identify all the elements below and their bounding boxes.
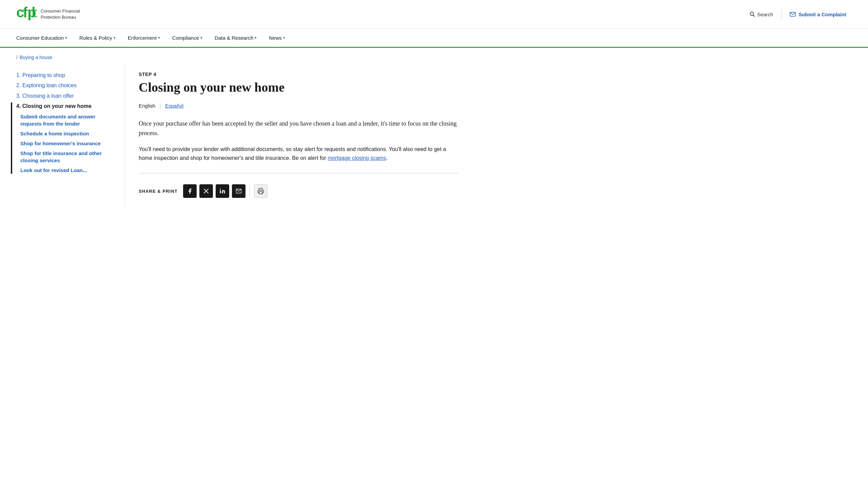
sidebar-link-step1[interactable]: 1. Preparing to shop bbox=[16, 72, 65, 78]
breadcrumb: / Buying a house bbox=[0, 48, 868, 63]
sidebar-sub-item-5[interactable]: Look out for revised Loan... bbox=[20, 167, 117, 174]
chevron-down-icon: ▾ bbox=[65, 36, 67, 40]
nav-list: Consumer Education ▾ Rules & Policy ▾ En… bbox=[16, 29, 852, 47]
sidebar-sub-item-2[interactable]: Schedule a home inspection bbox=[20, 130, 117, 137]
chevron-down-icon: ▾ bbox=[255, 36, 257, 40]
sidebar-sub-item-1[interactable]: Submit documents and answer requests fro… bbox=[20, 113, 117, 127]
nav-label: Enforcement bbox=[128, 35, 157, 41]
share-linkedin-button[interactable] bbox=[216, 184, 229, 198]
sidebar-sub-link-3[interactable]: Shop for homeowner's insurance bbox=[20, 141, 101, 146]
sidebar-sub-link-4[interactable]: Shop for title insurance and other closi… bbox=[20, 150, 102, 163]
sidebar-sub-item-4[interactable]: Shop for title insurance and other closi… bbox=[20, 150, 117, 164]
mortgage-scams-link[interactable]: mortgage closing scams bbox=[328, 155, 386, 161]
svg-point-8 bbox=[220, 189, 221, 190]
language-divider: | bbox=[159, 102, 161, 109]
nav-label: News bbox=[269, 35, 282, 41]
nav-item-consumer-education[interactable]: Consumer Education ▾ bbox=[16, 29, 77, 47]
body-text-after-link: . bbox=[386, 155, 388, 161]
share-email-button[interactable] bbox=[232, 184, 245, 198]
nav-item-enforcement[interactable]: Enforcement ▾ bbox=[128, 29, 170, 47]
search-label: Search bbox=[757, 12, 773, 17]
share-print-section: SHARE & PRINT bbox=[139, 184, 458, 198]
page-title: Closing on your new home bbox=[139, 80, 458, 95]
chevron-down-icon: ▾ bbox=[200, 36, 202, 40]
svg-rect-10 bbox=[259, 192, 262, 194]
email-icon bbox=[236, 188, 242, 194]
sidebar-sub-item-3[interactable]: Shop for homeowner's insurance bbox=[20, 140, 117, 147]
chevron-down-icon: ▾ bbox=[158, 36, 160, 40]
svg-rect-7 bbox=[220, 190, 221, 193]
sidebar-item-step3[interactable]: 3. Choosing a loan offer bbox=[16, 92, 117, 100]
print-icon bbox=[257, 188, 264, 194]
complaint-button[interactable]: Submit a Complaint bbox=[784, 9, 852, 20]
share-label: SHARE & PRINT bbox=[139, 189, 178, 194]
complaint-label: Submit a Complaint bbox=[798, 12, 846, 17]
svg-line-5 bbox=[753, 15, 754, 17]
header-actions: Search Submit a Complaint bbox=[744, 9, 852, 20]
search-button[interactable]: Search bbox=[744, 9, 779, 20]
sidebar-active-title: 4. Closing on your new home bbox=[16, 103, 92, 109]
nav-item-rules-policy[interactable]: Rules & Policy ▾ bbox=[79, 29, 125, 47]
share-icons bbox=[183, 184, 268, 198]
sidebar: 1. Preparing to shop 2. Exploring loan c… bbox=[16, 63, 125, 206]
intro-paragraph: Once your purchase offer has been accept… bbox=[139, 119, 458, 138]
x-twitter-icon bbox=[203, 188, 209, 194]
sidebar-item-step4-active: 4. Closing on your new home Submit docum… bbox=[11, 102, 117, 173]
nav-item-data-research[interactable]: Data & Research ▾ bbox=[215, 29, 266, 47]
content-divider bbox=[139, 173, 458, 173]
svg-text:b: b bbox=[32, 4, 37, 20]
svg-text:f: f bbox=[23, 4, 28, 20]
nav-item-compliance[interactable]: Compliance ▾ bbox=[172, 29, 212, 47]
logo-area: c f p b Consumer FinancialProtection Bur… bbox=[16, 4, 80, 24]
chevron-down-icon: ▾ bbox=[283, 36, 285, 40]
nav-label: Rules & Policy bbox=[79, 35, 112, 41]
cfpb-logo[interactable]: c f p b bbox=[16, 4, 37, 24]
sidebar-sub-link-5[interactable]: Look out for revised Loan... bbox=[20, 167, 87, 173]
sidebar-sub-link-2[interactable]: Schedule a home inspection bbox=[20, 131, 89, 136]
share-print-divider bbox=[250, 186, 250, 197]
sidebar-item-step2[interactable]: 2. Exploring loan choices bbox=[16, 82, 117, 89]
main-nav: Consumer Education ▾ Rules & Policy ▾ En… bbox=[0, 29, 868, 48]
print-button[interactable] bbox=[254, 184, 268, 198]
language-alt-link[interactable]: Español bbox=[165, 103, 183, 109]
site-header: c f p b Consumer FinancialProtection Bur… bbox=[0, 0, 868, 29]
sidebar-link-step3[interactable]: 3. Choosing a loan offer bbox=[16, 93, 74, 99]
step-label: STEP 4 bbox=[139, 72, 458, 77]
nav-label: Compliance bbox=[172, 35, 199, 41]
share-twitter-button[interactable] bbox=[199, 184, 213, 198]
share-facebook-button[interactable] bbox=[183, 184, 197, 198]
sidebar-link-step2[interactable]: 2. Exploring loan choices bbox=[16, 82, 77, 88]
nav-item-news[interactable]: News ▾ bbox=[269, 29, 295, 47]
nav-label: Consumer Education bbox=[16, 35, 64, 41]
sidebar-sub-link-1[interactable]: Submit documents and answer requests fro… bbox=[20, 114, 96, 127]
chevron-down-icon: ▾ bbox=[114, 36, 116, 40]
nav-label: Data & Research bbox=[215, 35, 253, 41]
search-icon bbox=[750, 12, 755, 17]
site-name-text: Consumer FinancialProtection Bureau bbox=[41, 8, 80, 20]
logo-text: Consumer FinancialProtection Bureau bbox=[41, 8, 80, 20]
body-text-before-link: You'll need to provide your lender with … bbox=[139, 146, 446, 161]
sidebar-sub-items: Submit documents and answer requests fro… bbox=[16, 113, 117, 174]
header-divider bbox=[781, 10, 782, 19]
linkedin-icon bbox=[219, 188, 225, 194]
main-layout: 1. Preparing to shop 2. Exploring loan c… bbox=[0, 63, 475, 206]
body-paragraph: You'll need to provide your lender with … bbox=[139, 145, 458, 162]
sidebar-item-step1[interactable]: 1. Preparing to shop bbox=[16, 72, 117, 79]
facebook-icon bbox=[187, 188, 193, 194]
language-current: English bbox=[139, 103, 155, 109]
breadcrumb-link[interactable]: Buying a house bbox=[20, 55, 53, 60]
language-selector: English | Español bbox=[139, 102, 458, 109]
breadcrumb-separator: / bbox=[16, 55, 18, 60]
main-content: STEP 4 Closing on your new home English … bbox=[125, 63, 458, 206]
complaint-icon bbox=[790, 12, 796, 17]
